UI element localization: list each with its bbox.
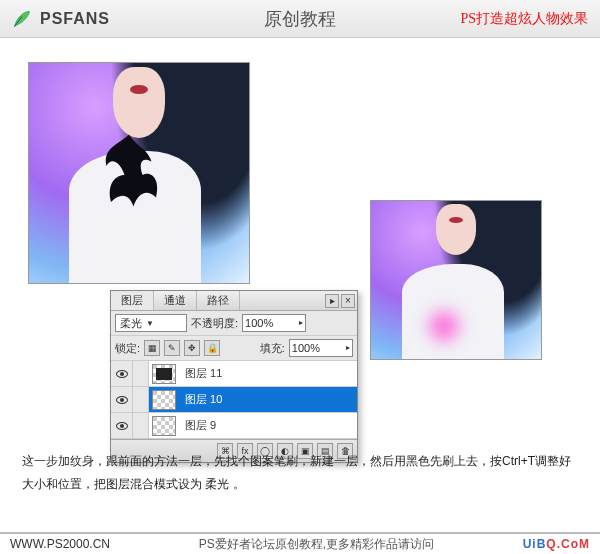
logo-text: PSFANS xyxy=(40,10,110,28)
opacity-label: 不透明度: xyxy=(191,316,238,331)
visibility-toggle[interactable] xyxy=(111,413,133,438)
blend-opacity-row: 柔光 ▼ 不透明度: 100% ▸ xyxy=(111,311,357,336)
fill-input[interactable]: 100% ▸ xyxy=(289,339,353,357)
fill-label: 填充: xyxy=(260,341,285,356)
chevron-right-icon: ▸ xyxy=(322,344,350,352)
tab-channels[interactable]: 通道 xyxy=(154,291,197,310)
tattoo-icon xyxy=(84,129,174,239)
eye-icon xyxy=(116,422,128,430)
link-cell[interactable] xyxy=(133,361,149,386)
layers-panel: 图层 通道 路径 ▸ × 柔光 ▼ 不透明度: 100% ▸ 锁定: ▦ ✎ ✥ xyxy=(110,290,358,463)
opacity-input[interactable]: 100% ▸ xyxy=(242,314,306,332)
chevron-right-icon: ▸ xyxy=(275,319,303,327)
content-area: 图层 通道 路径 ▸ × 柔光 ▼ 不透明度: 100% ▸ 锁定: ▦ ✎ ✥ xyxy=(0,38,600,493)
page-title: 原创教程 xyxy=(264,7,336,31)
page-footer: WWW.PS2000.CN PS爱好者论坛原创教程,更多精彩作品请访问 UiBQ… xyxy=(0,532,600,554)
lock-label: 锁定: xyxy=(115,341,140,356)
layers-list: 图层 11 图层 10 图层 9 xyxy=(111,361,357,439)
visibility-toggle[interactable] xyxy=(111,387,133,412)
tab-layers[interactable]: 图层 xyxy=(111,291,154,310)
layer-name: 图层 11 xyxy=(179,366,357,381)
fill-value: 100% xyxy=(292,342,320,354)
lock-paint-icon[interactable]: ✎ xyxy=(164,340,180,356)
eye-icon xyxy=(116,396,128,404)
header: PSFANS 原创教程 PS打造超炫人物效果 xyxy=(0,0,600,38)
layer-thumbnail xyxy=(152,416,176,436)
feather-icon xyxy=(12,9,32,29)
layer-thumbnail xyxy=(152,390,176,410)
opacity-value: 100% xyxy=(245,317,273,329)
lock-all-icon[interactable]: 🔒 xyxy=(204,340,220,356)
result-image-before xyxy=(28,62,250,284)
layer-row[interactable]: 图层 11 xyxy=(111,361,357,387)
step-description: 这一步加纹身，跟前面的方法一层，先找个图案笔刷，新建一层，然后用黑色先刷上去，按… xyxy=(22,450,578,496)
footer-brand: UiBQ.CoM xyxy=(523,537,590,551)
footer-credit: PS爱好者论坛原创教程,更多精彩作品请访问 xyxy=(110,536,523,553)
blend-mode-value: 柔光 xyxy=(120,316,142,331)
panel-menu-button[interactable]: ▸ xyxy=(325,294,339,308)
layer-row[interactable]: 图层 10 xyxy=(111,387,357,413)
link-cell[interactable] xyxy=(133,413,149,438)
lock-move-icon[interactable]: ✥ xyxy=(184,340,200,356)
layer-row[interactable]: 图层 9 xyxy=(111,413,357,439)
panel-tabs: 图层 通道 路径 ▸ × xyxy=(111,291,357,311)
panel-close-button[interactable]: × xyxy=(341,294,355,308)
result-image-after xyxy=(370,200,542,360)
tab-paths[interactable]: 路径 xyxy=(197,291,240,310)
eye-icon xyxy=(116,370,128,378)
link-cell[interactable] xyxy=(133,387,149,412)
layer-name: 图层 10 xyxy=(179,392,357,407)
chevron-down-icon: ▼ xyxy=(146,319,154,328)
visibility-toggle[interactable] xyxy=(111,361,133,386)
lock-transparent-icon[interactable]: ▦ xyxy=(144,340,160,356)
layer-thumbnail xyxy=(152,364,176,384)
lock-fill-row: 锁定: ▦ ✎ ✥ 🔒 填充: 100% ▸ xyxy=(111,336,357,361)
footer-url: WWW.PS2000.CN xyxy=(10,537,110,551)
blend-mode-dropdown[interactable]: 柔光 ▼ xyxy=(115,314,187,332)
page-subtitle: PS打造超炫人物效果 xyxy=(460,10,588,28)
layer-name: 图层 9 xyxy=(179,418,357,433)
